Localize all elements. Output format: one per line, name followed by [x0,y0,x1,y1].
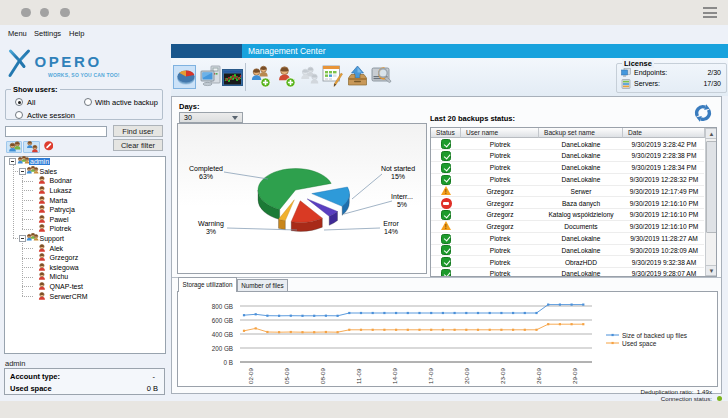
svg-text:WORKS, SO YOU CAN TOO!: WORKS, SO YOU CAN TOO! [48,72,120,78]
svg-text:OPERO: OPERO [35,53,102,70]
